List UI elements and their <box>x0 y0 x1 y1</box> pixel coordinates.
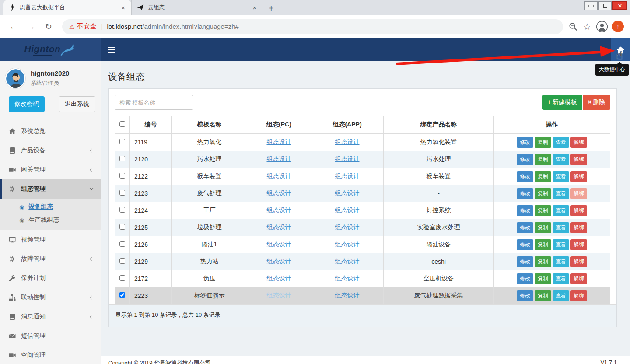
action-unbind-button[interactable]: 解绑 <box>570 256 587 267</box>
app-config-link[interactable]: 组态设计 <box>335 189 360 196</box>
row-checkbox[interactable] <box>119 207 125 213</box>
window-minimize-button[interactable] <box>584 1 598 10</box>
action-edit-button[interactable]: 修改 <box>517 256 533 267</box>
sidebar-item-config-management[interactable]: 组态管理 <box>0 179 101 199</box>
action-copy-button[interactable]: 复制 <box>535 222 551 233</box>
row-checkbox[interactable] <box>119 190 125 196</box>
tab-close-icon[interactable]: × <box>251 4 258 11</box>
action-view-button[interactable]: 查看 <box>553 256 569 267</box>
sidebar-subitem-production-line-config[interactable]: ◉ 生产线组态 <box>0 214 101 227</box>
pc-config-link[interactable]: 组态设计 <box>267 241 291 248</box>
row-checkbox[interactable] <box>119 241 125 247</box>
pc-config-link[interactable]: 组态设计 <box>267 189 291 196</box>
sidebar-item-fault-management[interactable]: 故障管理 <box>0 249 101 269</box>
action-view-button[interactable]: 查看 <box>553 154 569 165</box>
sidebar-item-sms-management[interactable]: 短信管理 <box>0 326 101 346</box>
pc-config-link[interactable]: 组态设计 <box>267 275 291 282</box>
pc-config-link[interactable]: 组态设计 <box>267 172 291 179</box>
action-edit-button[interactable]: 修改 <box>517 137 533 148</box>
action-unbind-button[interactable]: 解绑 <box>570 273 587 284</box>
row-checkbox[interactable] <box>119 224 125 230</box>
action-view-button[interactable]: 查看 <box>553 222 569 233</box>
search-input[interactable] <box>115 95 193 110</box>
sidebar-subitem-device-config[interactable]: ◉ 设备组态 <box>0 200 101 214</box>
row-checkbox[interactable] <box>119 258 125 264</box>
action-copy-button[interactable]: 复制 <box>535 239 551 250</box>
browser-tab-active[interactable]: 思普云大数据平台 × <box>4 0 131 15</box>
sidebar-item-space-management[interactable]: 空间管理 <box>0 346 101 364</box>
browser-tab-inactive[interactable]: 云组态 × <box>131 0 262 15</box>
action-edit-button[interactable]: 修改 <box>517 273 533 284</box>
action-view-button[interactable]: 查看 <box>553 171 569 182</box>
hamburger-menu-icon[interactable] <box>101 45 122 54</box>
pc-config-link[interactable]: 组态设计 <box>267 138 291 145</box>
pc-config-link[interactable]: 组态设计 <box>267 258 291 265</box>
sidebar-item-message-notification[interactable]: 消息通知 <box>0 307 101 326</box>
new-template-button[interactable]: +新建模板 <box>542 95 582 110</box>
back-icon[interactable]: ← <box>4 22 22 32</box>
action-copy-button[interactable]: 复制 <box>535 188 551 199</box>
action-copy-button[interactable]: 复制 <box>535 205 551 216</box>
browser-update-button[interactable]: ↑ <box>612 21 624 32</box>
action-edit-button[interactable]: 修改 <box>517 239 533 250</box>
action-copy-button[interactable]: 复制 <box>535 154 551 165</box>
action-unbind-button[interactable]: 解绑 <box>570 137 587 148</box>
app-config-link[interactable]: 组态设计 <box>335 258 360 265</box>
sidebar-item-system-overview[interactable]: 系统总览 <box>0 122 101 141</box>
tab-close-icon[interactable]: × <box>119 4 127 11</box>
action-edit-button[interactable]: 修改 <box>517 290 533 301</box>
action-edit-button[interactable]: 修改 <box>517 205 533 216</box>
action-unbind-button[interactable]: 解绑 <box>570 171 587 182</box>
action-copy-button[interactable]: 复制 <box>535 256 551 267</box>
forward-icon[interactable]: → <box>22 22 40 32</box>
action-edit-button[interactable]: 修改 <box>517 154 533 165</box>
sidebar-item-maintenance-plan[interactable]: 保养计划 <box>0 269 101 288</box>
action-edit-button[interactable]: 修改 <box>517 222 533 233</box>
app-config-link[interactable]: 组态设计 <box>335 224 360 231</box>
sidebar-item-linkage-control[interactable]: 联动控制 <box>0 288 101 307</box>
pc-config-link[interactable]: 组态设计 <box>267 292 291 299</box>
action-copy-button[interactable]: 复制 <box>535 171 551 182</box>
logout-button[interactable]: 退出系统 <box>59 96 95 112</box>
row-checkbox[interactable] <box>119 173 125 178</box>
sidebar-item-gateway-management[interactable]: 网关管理 <box>0 160 101 179</box>
action-view-button[interactable]: 查看 <box>553 188 569 199</box>
row-checkbox[interactable] <box>119 156 125 161</box>
app-config-link[interactable]: 组态设计 <box>335 275 360 282</box>
action-view-button[interactable]: 查看 <box>553 239 569 250</box>
action-copy-button[interactable]: 复制 <box>535 137 551 148</box>
address-bar[interactable]: ⚠ 不安全 | iot.idosp.net/admin/index.html?l… <box>62 19 563 34</box>
app-config-link[interactable]: 组态设计 <box>335 241 360 248</box>
security-label[interactable]: 不安全 <box>77 22 96 31</box>
action-unbind-button[interactable]: 解绑 <box>570 290 587 301</box>
change-password-button[interactable]: 修改密码 <box>9 96 45 112</box>
reload-icon[interactable]: ↻ <box>40 21 57 32</box>
action-unbind-button[interactable]: 解绑 <box>570 239 587 250</box>
row-checkbox[interactable] <box>119 292 125 298</box>
row-checkbox[interactable] <box>119 139 125 144</box>
action-unbind-button[interactable]: 解绑 <box>570 154 587 165</box>
action-unbind-button[interactable]: 解绑 <box>570 205 587 216</box>
row-checkbox[interactable] <box>119 275 125 281</box>
pc-config-link[interactable]: 组态设计 <box>267 206 291 214</box>
app-config-link[interactable]: 组态设计 <box>335 155 360 162</box>
app-config-link[interactable]: 组态设计 <box>335 206 360 214</box>
action-unbind-button[interactable]: 解绑 <box>570 188 587 199</box>
window-close-button[interactable]: ✕ <box>612 1 627 10</box>
action-edit-button[interactable]: 修改 <box>517 171 533 182</box>
action-copy-button[interactable]: 复制 <box>535 290 551 301</box>
pc-config-link[interactable]: 组态设计 <box>267 224 291 231</box>
zoom-out-icon[interactable] <box>568 22 578 32</box>
action-view-button[interactable]: 查看 <box>553 205 569 216</box>
action-view-button[interactable]: 查看 <box>553 290 569 301</box>
home-button[interactable] <box>611 38 630 61</box>
window-restore-button[interactable] <box>598 1 612 10</box>
delete-button[interactable]: ×删除 <box>583 95 610 110</box>
action-unbind-button[interactable]: 解绑 <box>570 222 587 233</box>
browser-profile-icon[interactable] <box>596 21 608 32</box>
sidebar-item-video-management[interactable]: 视频管理 <box>0 230 101 249</box>
action-view-button[interactable]: 查看 <box>553 137 569 148</box>
select-all-checkbox[interactable] <box>119 121 125 127</box>
action-copy-button[interactable]: 复制 <box>535 273 551 284</box>
pc-config-link[interactable]: 组态设计 <box>267 155 291 162</box>
